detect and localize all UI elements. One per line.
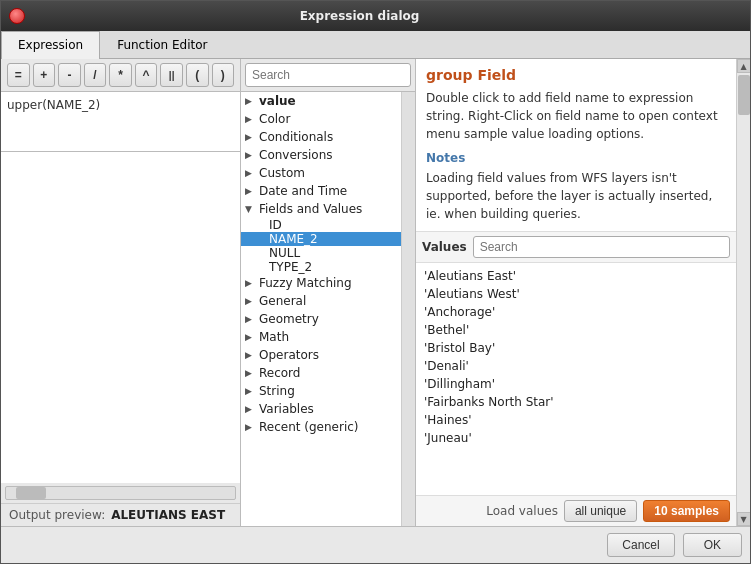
value-item-2[interactable]: 'Anchorage' <box>424 303 728 321</box>
value-item-3[interactable]: 'Bethel' <box>424 321 728 339</box>
tree-item-conditionals[interactable]: ▶ Conditionals <box>241 128 401 146</box>
footer: Cancel OK <box>1 526 750 563</box>
btn-all-unique[interactable]: all unique <box>564 500 637 522</box>
value-item-7[interactable]: 'Fairbanks North Star' <box>424 393 728 411</box>
arrow-string: ▶ <box>245 386 259 396</box>
scrollbar-right[interactable]: ▲ ▼ <box>736 59 750 526</box>
value-item-8[interactable]: 'Haines' <box>424 411 728 429</box>
tree-item-operators[interactable]: ▶ Operators <box>241 346 401 364</box>
right-panel-inner: group Field Double click to add field na… <box>416 59 750 526</box>
tree-child-TYPE2[interactable]: TYPE_2 <box>241 260 401 274</box>
value-item-1[interactable]: 'Aleutians West' <box>424 285 728 303</box>
arrow-operators: ▶ <box>245 350 259 360</box>
value-item-6[interactable]: 'Dillingham' <box>424 375 728 393</box>
tree-child-NULL[interactable]: NULL <box>241 246 401 260</box>
tree-item-conversions[interactable]: ▶ Conversions <box>241 146 401 164</box>
values-header: Values <box>416 232 736 263</box>
info-area: group Field Double click to add field na… <box>416 59 736 232</box>
notes-title: Notes <box>426 151 726 165</box>
scrollbar-mid[interactable] <box>401 92 415 526</box>
btn-rparen[interactable]: ) <box>212 63 235 87</box>
tab-bar: Expression Function Editor <box>1 31 750 59</box>
tree-item-custom[interactable]: ▶ Custom <box>241 164 401 182</box>
window-title: Expression dialog <box>0 9 742 23</box>
tree-child-NAME2[interactable]: NAME_2 <box>241 232 401 246</box>
tree-item-fuzzy[interactable]: ▶ Fuzzy Matching <box>241 274 401 292</box>
value-item-5[interactable]: 'Denali' <box>424 357 728 375</box>
tree-item-fields-and-values[interactable]: ▼ Fields and Values <box>241 200 401 218</box>
btn-lparen[interactable]: ( <box>186 63 209 87</box>
arrow-custom: ▶ <box>245 168 259 178</box>
titlebar: Expression dialog <box>1 1 750 31</box>
arrow-conversions: ▶ <box>245 150 259 160</box>
ok-button[interactable]: OK <box>683 533 742 557</box>
cancel-button[interactable]: Cancel <box>607 533 674 557</box>
arrow-variables: ▶ <box>245 404 259 414</box>
tree-item-recent[interactable]: ▶ Recent (generic) <box>241 418 401 436</box>
right-content: group Field Double click to add field na… <box>416 59 736 526</box>
sv-arrow-up[interactable]: ▲ <box>737 59 751 73</box>
output-label: Output preview: <box>9 508 105 522</box>
output-value: ALEUTIANS EAST <box>111 508 225 522</box>
info-title: group Field <box>426 67 726 83</box>
arrow-general: ▶ <box>245 296 259 306</box>
tree-item-date-time[interactable]: ▶ Date and Time <box>241 182 401 200</box>
load-label: Load values <box>486 504 558 518</box>
sv-arrow-down[interactable]: ▼ <box>737 512 751 526</box>
arrow-math: ▶ <box>245 332 259 342</box>
hscrollbar-row <box>1 483 240 504</box>
tab-expression[interactable]: Expression <box>1 31 100 59</box>
btn-multiply[interactable]: * <box>109 63 132 87</box>
arrow-fields-values: ▼ <box>245 204 259 214</box>
search-box <box>241 59 415 92</box>
top-section: = + - / * ^ || ( ) upper(NAME_2) <box>1 59 750 526</box>
arrow-conditionals: ▶ <box>245 132 259 142</box>
tree-item-general[interactable]: ▶ General <box>241 292 401 310</box>
h-scrollbar-thumb <box>16 487 46 499</box>
value-item-9[interactable]: 'Juneau' <box>424 429 728 447</box>
values-label: Values <box>422 240 467 254</box>
btn-caret[interactable]: ^ <box>135 63 158 87</box>
btn-10-samples[interactable]: 10 samples <box>643 500 730 522</box>
tree-item-variables[interactable]: ▶ Variables <box>241 400 401 418</box>
btn-eq[interactable]: = <box>7 63 30 87</box>
tree-item-record[interactable]: ▶ Record <box>241 364 401 382</box>
tree-item-math[interactable]: ▶ Math <box>241 328 401 346</box>
right-panel: group Field Double click to add field na… <box>416 59 750 526</box>
arrow-value: ▶ <box>245 96 259 106</box>
arrow-color: ▶ <box>245 114 259 124</box>
tree-item-value[interactable]: ▶ value <box>241 92 401 110</box>
value-item-0[interactable]: 'Aleutians East' <box>424 267 728 285</box>
search-input[interactable] <box>245 63 411 87</box>
middle-panel: ▶ value ▶ Color ▶ Conditionals <box>241 59 416 526</box>
tree-item-string[interactable]: ▶ String <box>241 382 401 400</box>
btn-plus[interactable]: + <box>33 63 56 87</box>
info-description: Double click to add field name to expres… <box>426 89 726 143</box>
notes-text: Loading field values from WFS layers isn… <box>426 169 726 223</box>
values-search-input[interactable] <box>473 236 730 258</box>
tree-item-geometry[interactable]: ▶ Geometry <box>241 310 401 328</box>
tree-item-color[interactable]: ▶ Color <box>241 110 401 128</box>
arrow-recent: ▶ <box>245 422 259 432</box>
expression-value: upper(NAME_2) <box>7 98 100 112</box>
middle-panel-inner: ▶ value ▶ Color ▶ Conditionals <box>241 92 415 526</box>
main-window: Expression dialog Expression Function Ed… <box>0 0 751 564</box>
sv-thumb <box>738 75 750 115</box>
load-values-row: Load values all unique 10 samples <box>416 495 736 526</box>
value-item-4[interactable]: 'Bristol Bay' <box>424 339 728 357</box>
tree-child-ID[interactable]: ID <box>241 218 401 232</box>
btn-minus[interactable]: - <box>58 63 81 87</box>
h-scrollbar[interactable] <box>5 486 236 500</box>
arrow-geometry: ▶ <box>245 314 259 324</box>
arrow-date-time: ▶ <box>245 186 259 196</box>
toolbar: = + - / * ^ || ( ) <box>1 59 240 92</box>
tab-function-editor[interactable]: Function Editor <box>100 31 224 58</box>
btn-divide[interactable]: / <box>84 63 107 87</box>
left-panel: = + - / * ^ || ( ) upper(NAME_2) <box>1 59 241 526</box>
sv-track <box>737 73 750 512</box>
expression-editor[interactable]: upper(NAME_2) <box>1 92 240 152</box>
values-section: Values 'Aleutians East' 'Aleutians West'… <box>416 232 736 526</box>
btn-pause[interactable]: || <box>160 63 183 87</box>
arrow-record: ▶ <box>245 368 259 378</box>
tree-content: ▶ value ▶ Color ▶ Conditionals <box>241 92 401 526</box>
